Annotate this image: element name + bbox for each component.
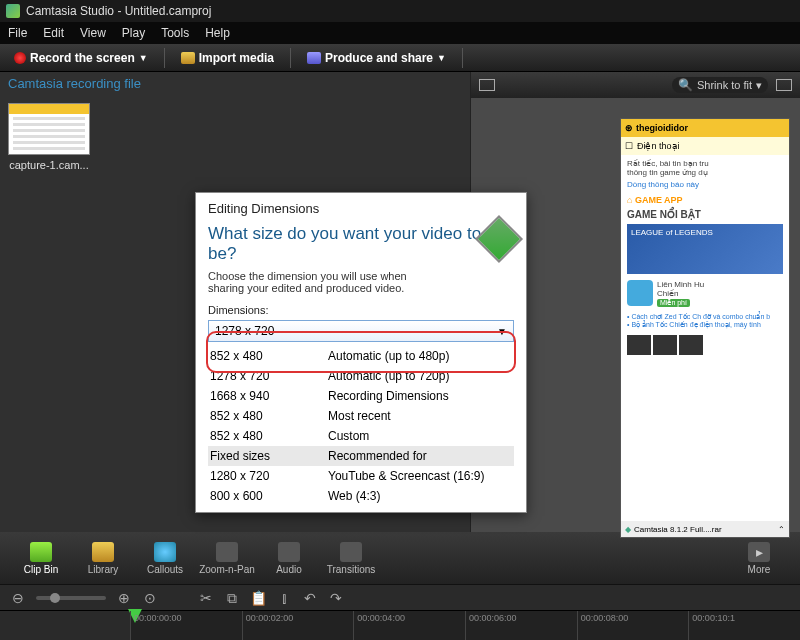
produce-label: Produce and share [325,51,433,65]
menu-help[interactable]: Help [205,26,230,40]
option-size: 1280 x 720 [208,469,328,483]
timeline-tick: 00:00:04:00 [353,611,465,640]
dimension-option[interactable]: 852 x 480Most recent [208,406,514,426]
app-logo-icon [6,4,20,18]
zoom-out-icon[interactable]: ⊖ [10,590,26,606]
cut-icon[interactable]: ✂ [198,590,214,606]
tab-audio[interactable]: Audio [258,542,320,575]
separator [290,48,291,68]
pv-body: Rất tiếc, bài tin bạn tru thông tin game… [621,155,789,359]
record-label: Record the screen [30,51,135,65]
preview-view-icon[interactable] [479,79,495,91]
chip-icon [475,215,523,263]
option-desc: Custom [328,429,514,443]
clip-item[interactable]: capture-1.cam... [8,103,90,171]
timeline[interactable]: 00:00:00:0000:00:02:0000:00:04:0000:00:0… [0,610,800,640]
zoom-control[interactable]: 🔍 Shrink to fit ▾ [672,77,768,93]
paste-icon[interactable]: 📋 [250,590,266,606]
pv-app-name: Liên Minh Hu [657,280,704,289]
tab-library[interactable]: Library [72,542,134,575]
dialog-question: What size do you want your video to be? [196,220,526,268]
zoom-caret-icon: ▾ [756,79,762,92]
menu-play[interactable]: Play [122,26,145,40]
zoom-in-icon[interactable]: ⊕ [116,590,132,606]
dimensions-options-list: 852 x 480Automatic (up to 480p)1278 x 72… [208,346,514,506]
undo-icon[interactable]: ↶ [302,590,318,606]
record-icon [14,52,26,64]
menu-view[interactable]: View [80,26,106,40]
redo-icon[interactable]: ↷ [328,590,344,606]
transitions-icon [340,542,362,562]
pv-text: Rất tiếc, bài tin bạn tru [627,159,783,168]
menu-edit[interactable]: Edit [43,26,64,40]
tab-clip-bin[interactable]: Clip Bin [10,542,72,575]
pv-thumbs [627,335,783,355]
tab-zoom-pan[interactable]: Zoom-n-Pan [196,542,258,575]
app-icon [627,280,653,306]
clip-bin-header: Camtasia recording file [0,72,470,95]
pv-bullet: Bộ ảnh Tốc Chiến đẹ điện thoại, máy tính [627,321,783,329]
option-desc: Web (4:3) [328,489,514,503]
tab-callouts[interactable]: Callouts [134,542,196,575]
option-desc: YouTube & Screencast (16:9) [328,469,514,483]
dimension-option[interactable]: 852 x 480Automatic (up to 480p) [208,346,514,366]
pv-text: thông tin game ứng dụ [627,168,783,177]
timeline-track-header [0,611,130,640]
menu-tools[interactable]: Tools [161,26,189,40]
pv-bullets: Cách chơi Zed Tốc Ch đỡ và combo chuẩn b… [627,313,783,329]
dimensions-selected-value: 1278 x 720 [215,324,274,338]
timeline-ruler[interactable]: 00:00:00:0000:00:02:0000:00:04:0000:00:0… [130,611,800,640]
record-screen-button[interactable]: Record the screen ▼ [6,49,156,67]
dialog-question-text: What size do you want your video to be? [208,224,481,263]
dimension-option[interactable]: 800 x 600Web (4:3) [208,486,514,506]
produce-share-button[interactable]: Produce and share ▼ [299,49,454,67]
import-label: Import media [199,51,274,65]
split-icon[interactable]: ⫿ [276,590,292,606]
zoom-fit-icon[interactable]: ⊙ [142,590,158,606]
timeline-controls: ⊖ ⊕ ⊙ ✂ ⧉ 📋 ⫿ ↶ ↷ [0,584,800,610]
tab-transitions[interactable]: Transitions [320,542,382,575]
record-caret-icon: ▼ [139,53,148,63]
preview-fullscreen-icon[interactable] [776,79,792,91]
option-size: 852 x 480 [208,429,328,443]
pv-app-sub: Chiến [657,289,704,298]
option-desc: Automatic (up to 480p) [328,349,514,363]
timeline-tick: 00:00:00:00 [130,611,242,640]
dimension-option[interactable]: Fixed sizesRecommended for [208,446,514,466]
option-desc: Automatic (up to 720p) [328,369,514,383]
clip-label: capture-1.cam... [8,159,90,171]
menu-file[interactable]: File [8,26,27,40]
dimension-option[interactable]: 852 x 480Custom [208,426,514,446]
magnifier-icon: 🔍 [678,78,693,92]
pv-bullet: Cách chơi Zed Tốc Ch đỡ và combo chuẩn b [627,313,783,321]
timeline-tick: 00:00:02:00 [242,611,354,640]
editing-dimensions-dialog: Editing Dimensions What size do you want… [195,192,527,513]
dimension-option[interactable]: 1280 x 720YouTube & Screencast (16:9) [208,466,514,486]
timeline-tick: 00:00:10:1 [688,611,800,640]
zoom-label: Shrink to fit [697,79,752,91]
option-size: 852 x 480 [208,409,328,423]
library-icon [92,542,114,562]
separator [462,48,463,68]
import-media-button[interactable]: Import media [173,49,282,67]
dialog-title: Editing Dimensions [196,193,526,220]
dimensions-select[interactable]: 1278 x 720 ▼ [208,320,514,342]
zoom-slider[interactable] [36,596,106,600]
option-desc: Most recent [328,409,514,423]
copy-icon[interactable]: ⧉ [224,590,240,606]
pv-brand: thegioididor [621,119,789,137]
pv-app-badge: Miễn phí [657,299,690,307]
pv-download-bar: Camtasia 8.1.2 Full....rar ⌃ [621,521,789,537]
pv-app-card: Liên Minh Hu Chiến Miễn phí [627,280,783,307]
option-desc: Recommended for [328,449,514,463]
dimension-option[interactable]: 1278 x 720Automatic (up to 720p) [208,366,514,386]
dimension-option[interactable]: 1668 x 940Recording Dimensions [208,386,514,406]
title-bar: Camtasia Studio - Untitled.camproj [0,0,800,22]
timeline-tick: 00:00:08:00 [577,611,689,640]
menu-bar: File Edit View Play Tools Help [0,22,800,44]
zoom-icon [216,542,238,562]
option-size: 852 x 480 [208,349,328,363]
pv-nav: Điện thoại [621,137,789,155]
option-desc: Recording Dimensions [328,389,514,403]
audio-icon [278,542,300,562]
